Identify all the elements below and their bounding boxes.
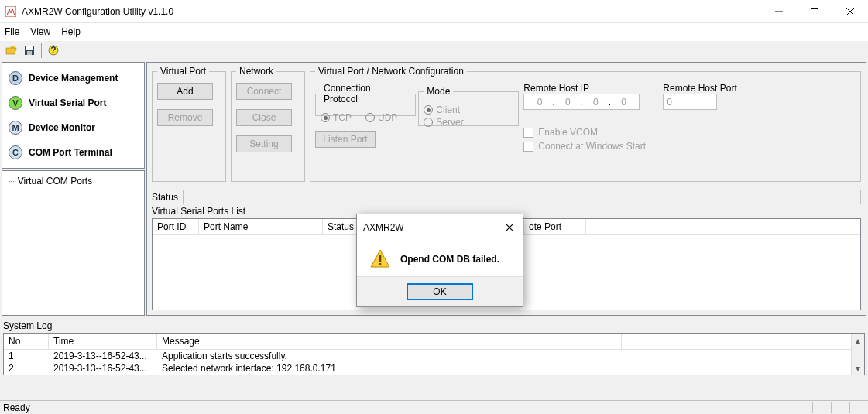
statusbar-cell (812, 402, 828, 413)
nav-label: Device Monitor (29, 122, 95, 133)
nav-device-management[interactable]: D Device Management (4, 66, 142, 91)
statusbar-cell (849, 402, 865, 413)
col-spacer (586, 219, 860, 234)
system-log-label: System Log (3, 319, 865, 333)
system-log-list[interactable]: No Time Message 1 2019-3-13--16-52-43...… (3, 333, 865, 375)
connect-at-start-checkbox[interactable]: Connect at Windows Start (523, 141, 736, 152)
col-message[interactable]: Message (157, 334, 622, 349)
window-titlebar: AXMR2W Configuration Utility v1.1.0 (0, 0, 868, 23)
radio-label: TCP (333, 112, 352, 123)
log-time: 2019-3-13--16-52-43... (49, 362, 157, 375)
col-no[interactable]: No (4, 334, 49, 349)
log-no: 1 (4, 350, 49, 362)
network-group: Network Connect Close Setting (231, 66, 305, 182)
save-icon[interactable] (21, 42, 38, 59)
udp-radio[interactable]: UDP (365, 112, 397, 123)
nav-virtual-serial-port[interactable]: V Virtual Serial Port (4, 91, 142, 115)
window-maximize-button[interactable] (797, 0, 832, 23)
remote-host-ip-label: Remote Host IP (523, 83, 640, 94)
nav-device-monitor[interactable]: M Device Monitor (4, 115, 142, 140)
checkbox-label: Connect at Windows Start (538, 141, 646, 152)
navigation-panel: D Device Management V Virtual Serial Por… (2, 62, 145, 169)
enable-vcom-checkbox[interactable]: Enable VCOM (523, 127, 736, 138)
radio-label: Client (436, 104, 460, 115)
checkbox-label: Enable VCOM (538, 127, 598, 138)
error-dialog: AXMR2W Opend COM DB failed. OK (356, 214, 523, 307)
system-log-rows: 1 2019-3-13--16-52-43... Application sta… (4, 350, 864, 375)
radio-label: Server (436, 117, 463, 128)
svg-rect-6 (26, 46, 33, 50)
svg-rect-13 (379, 263, 382, 265)
status-label: Status (152, 192, 178, 203)
nav-label: COM Port Terminal (29, 147, 112, 158)
menu-help[interactable]: Help (61, 26, 81, 37)
nav-com-port-terminal[interactable]: C COM Port Terminal (4, 140, 142, 165)
radio-icon (365, 113, 375, 122)
log-no: 2 (4, 362, 49, 375)
checkbox-icon (523, 128, 533, 138)
dialog-close-button[interactable] (501, 219, 518, 236)
statusbar-text: Ready (3, 402, 30, 413)
warning-icon (369, 248, 391, 270)
statusbar-cell (831, 402, 846, 413)
remote-host-port-field[interactable]: 0 (663, 94, 717, 110)
com-terminal-icon: C (9, 145, 22, 159)
system-log-header: No Time Message (4, 334, 864, 350)
ip-octet[interactable]: 0 (556, 97, 579, 108)
scroll-up-icon[interactable]: ▴ (853, 334, 864, 347)
group-legend: Network (236, 66, 276, 77)
app-icon (5, 5, 17, 18)
tree-root[interactable]: Virtual COM Ports (9, 176, 92, 186)
connection-protocol-group: Connection Protocol TCP UDP (315, 83, 416, 116)
col-port-name[interactable]: Port Name (199, 219, 323, 234)
col-spacer (622, 334, 864, 349)
listen-port-button[interactable]: Listen Port (315, 131, 376, 148)
remote-host-ip-field[interactable]: 0. 0. 0. 0 (523, 94, 640, 110)
vp-network-config-group: Virtual Port / Network Configuration Con… (310, 66, 861, 182)
tcp-radio[interactable]: TCP (321, 112, 352, 123)
remote-host-port-label: Remote Host Port (663, 83, 736, 94)
ip-octet[interactable]: 0 (584, 97, 607, 108)
radio-icon (424, 118, 433, 127)
menu-file[interactable]: File (5, 26, 19, 37)
window-minimize-button[interactable] (761, 0, 797, 23)
window-close-button[interactable] (832, 0, 868, 23)
log-row[interactable]: 2 2019-3-13--16-52-43... Selected networ… (4, 362, 864, 375)
svg-text:?: ? (50, 45, 56, 56)
svg-rect-12 (379, 255, 382, 262)
log-row[interactable]: 1 2019-3-13--16-52-43... Application sta… (4, 350, 864, 362)
server-radio[interactable]: Server (424, 117, 513, 128)
col-remote-port[interactable]: ote Port (524, 219, 586, 234)
dialog-message: Opend COM DB failed. (400, 254, 499, 265)
scroll-down-icon[interactable]: ▾ (853, 361, 864, 375)
virtual-port-group: Virtual Port Add Remove (152, 66, 226, 182)
help-icon[interactable]: ? (45, 42, 62, 59)
connect-button[interactable]: Connect (236, 83, 292, 100)
radio-label: UDP (378, 112, 397, 123)
dialog-ok-button[interactable]: OK (407, 283, 473, 300)
ip-octet[interactable]: 0 (528, 97, 551, 108)
group-legend: Connection Protocol (321, 83, 410, 104)
group-legend: Virtual Port / Network Configuration (315, 66, 467, 77)
setting-button[interactable]: Setting (236, 135, 292, 152)
status-field (183, 190, 861, 204)
menu-view[interactable]: View (30, 26, 50, 37)
checkbox-icon (523, 142, 533, 152)
device-monitor-icon: M (9, 121, 22, 135)
client-radio[interactable]: Client (424, 104, 513, 115)
add-button[interactable]: Add (157, 83, 213, 100)
menubar: File View Help (0, 23, 868, 40)
dialog-title: AXMR2W (363, 222, 404, 233)
virtual-com-tree[interactable]: Virtual COM Ports (2, 170, 145, 316)
group-legend: Virtual Port (157, 66, 209, 77)
svg-rect-2 (811, 8, 818, 15)
col-port-id[interactable]: Port ID (153, 219, 199, 234)
close-button[interactable]: Close (236, 109, 292, 126)
open-icon[interactable] (3, 42, 20, 59)
ip-octet[interactable]: 0 (612, 97, 636, 108)
system-log-scrollbar[interactable]: ▴ ▾ (851, 334, 864, 375)
toolbar-separator (41, 43, 42, 58)
col-time[interactable]: Time (49, 334, 157, 349)
remove-button[interactable]: Remove (157, 109, 213, 126)
log-message: Selected network interface: 192.168.0.17… (157, 362, 864, 375)
